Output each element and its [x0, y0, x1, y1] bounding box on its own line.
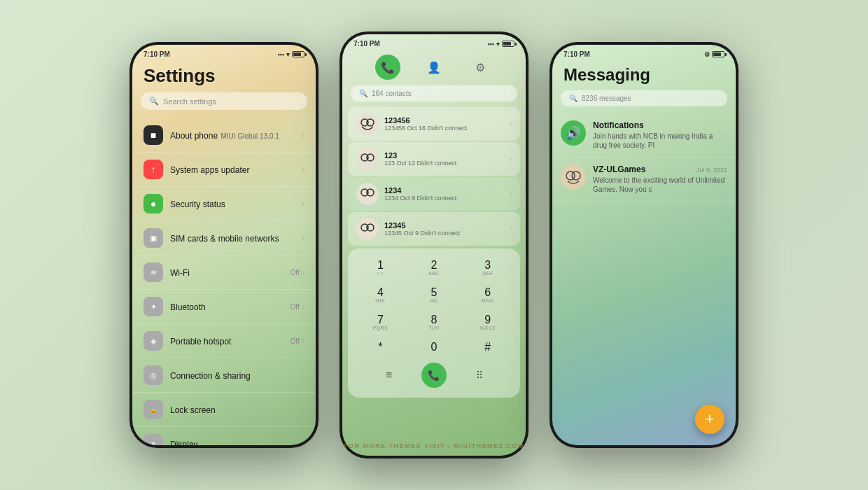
settings-item-wifi[interactable]: ≋ Wi-Fi Off › [132, 255, 316, 290]
dialer-search-placeholder: 164 contacts [372, 90, 412, 97]
msg-name-vzulgames: VZ-ULGames [593, 164, 645, 174]
dialpad-key-7[interactable]: 7 PQRS [355, 310, 406, 335]
about-icon: ■ [144, 125, 163, 145]
tab-dialer-settings[interactable]: ⚙ [468, 55, 493, 80]
svg-point-12 [561, 164, 586, 190]
watermark: FOR MORE THEMES VISIT - MIUITHEMEZ.COM [344, 442, 524, 449]
tab-phone[interactable]: 📞 [375, 55, 400, 80]
contact-detail: 123456 Oct 16 Didn't connect [384, 125, 510, 132]
signal-icon-2: ▪▪▪ [487, 41, 494, 48]
hotspot-icon: ◈ [144, 331, 163, 351]
dialpad-key-star[interactable]: * [355, 337, 406, 357]
security-icon: ● [144, 194, 163, 214]
phones-container: 7:10 PM ▪▪▪ ▾ Settings 🔍 Search settings [130, 31, 738, 458]
status-bar-3: 7:10 PM ⚙ [552, 45, 736, 61]
dialpad-key-4[interactable]: 4 GHI [355, 283, 406, 307]
contact-item[interactable]: 1234 1234 Oct 9 Didn't connect › [348, 177, 520, 211]
search-icon-dialer: 🔍 [359, 90, 368, 97]
settings-item-system-apps[interactable]: ↑ System apps updater › [132, 153, 316, 187]
lockscreen-icon: 🔒 [144, 400, 163, 419]
connection-chevron: › [302, 372, 304, 379]
gear-icon-top[interactable]: ⚙ [704, 51, 710, 58]
settings-item-display[interactable]: ☀ Display › [132, 427, 316, 445]
msg-preview-vzulgames: Welcome to the exciting world of Unlimit… [593, 176, 727, 194]
bluetooth-text: Bluetooth [170, 300, 290, 314]
tab-contacts[interactable]: 👤 [421, 55, 447, 80]
about-sublabel: MIUI Global 13.0.1 [221, 132, 279, 140]
contact-avatar [356, 183, 379, 205]
msg-avatar-vzulgames [561, 164, 586, 190]
dialpad-key-1[interactable]: 1 ○○ [355, 255, 406, 280]
battery-icon-2 [502, 41, 514, 47]
messaging-search[interactable]: 🔍 8236 messages [561, 90, 727, 106]
about-text: About phone MIUI Global 13.0.1 [170, 129, 302, 142]
security-chevron: › [302, 200, 304, 208]
system-apps-icon: ↑ [144, 160, 163, 179]
dialpad-key-3[interactable]: 3 DEF [462, 255, 513, 280]
security-text: Security status [170, 197, 302, 211]
about-chevron: › [302, 132, 304, 139]
dialpad-bottom: ≡ 📞 ⠿ [355, 357, 513, 391]
status-bar-1: 7:10 PM ▪▪▪ ▾ [132, 45, 316, 61]
contact-item[interactable]: 123456 123456 Oct 16 Didn't connect › [348, 107, 520, 141]
display-icon: ☀ [144, 434, 163, 445]
bluetooth-value: Off [290, 303, 300, 311]
dialpad-key-8[interactable]: 8 TUV [409, 310, 460, 335]
phone-dialer: 7:10 PM ▪▪▪ ▾ 📞 👤 ⚙ 🔍 164 contacts [340, 31, 528, 458]
call-button[interactable]: 📞 [421, 363, 447, 388]
settings-search[interactable]: 🔍 Search settings [141, 92, 307, 110]
msg-chevron-notifications: › [725, 132, 727, 139]
dialpad-key-6[interactable]: 6 MNO [462, 283, 513, 307]
hotspot-text: Portable hotspot [170, 335, 290, 348]
sim-label: SIM cards & mobile networks [170, 234, 279, 244]
messaging-title: Messaging [552, 61, 736, 90]
contact-info: 12345 12345 Oct 9 Didn't connect [384, 221, 510, 237]
msg-header-vzulgames: VZ-ULGames Jul 9, 2021 [593, 164, 727, 174]
system-apps-chevron: › [302, 166, 304, 174]
dialer-tabs: 📞 👤 ⚙ [342, 50, 526, 85]
dialpad-key-hash[interactable]: # [462, 337, 513, 357]
contact-info: 123456 123456 Oct 16 Didn't connect [384, 116, 510, 132]
sim-icon: ▣ [144, 228, 163, 248]
contact-avatar [356, 113, 379, 135]
dialpad-key-5[interactable]: 5 JKL [409, 283, 460, 307]
settings-item-connection[interactable]: ◎ Connection & sharing › [132, 358, 316, 393]
settings-item-bluetooth[interactable]: ✦ Bluetooth Off › [132, 290, 316, 324]
search-icon-msg: 🔍 [569, 94, 578, 102]
about-label: About phone [170, 131, 218, 141]
wifi-icon: ≋ [144, 262, 163, 282]
wifi-icon-2: ▾ [496, 41, 500, 48]
wifi-text: Wi-Fi [170, 266, 290, 279]
contact-info: 1234 1234 Oct 9 Didn't connect [384, 186, 510, 202]
dialpad-key-2[interactable]: 2 ABC [409, 255, 460, 280]
contact-name: 12345 [384, 221, 510, 230]
dialer-screen: 7:10 PM ▪▪▪ ▾ 📞 👤 ⚙ 🔍 164 contacts [342, 34, 526, 456]
message-item-notifications[interactable]: 🔊 Notifications Join hands with NCB in m… [552, 113, 736, 158]
msg-avatar-notifications: 🔊 [561, 120, 586, 146]
msg-preview-notifications: Join hands with NCB in making India a dr… [593, 132, 722, 150]
contact-item[interactable]: 12345 12345 Oct 9 Didn't connect › [348, 212, 520, 246]
dialer-search[interactable]: 🔍 164 contacts [351, 85, 517, 102]
settings-item-security[interactable]: ● Security status › [132, 187, 316, 221]
security-label: Security status [170, 200, 225, 209]
dialpad-grid-btn[interactable]: ⠿ [467, 363, 492, 388]
status-icons-3: ⚙ [704, 51, 724, 58]
settings-item-about[interactable]: ■ About phone MIUI Global 13.0.1 › [132, 118, 316, 153]
dialpad-key-0[interactable]: 0 [409, 337, 460, 357]
settings-item-sim[interactable]: ▣ SIM cards & mobile networks › [132, 221, 316, 255]
fab-compose-button[interactable]: + [695, 405, 724, 434]
dialpad-menu-btn[interactable]: ≡ [376, 363, 401, 388]
connection-icon: ◎ [144, 365, 163, 385]
connection-text: Connection & sharing [170, 369, 302, 382]
connection-label: Connection & sharing [170, 371, 251, 381]
search-placeholder: Search settings [163, 97, 216, 106]
message-item-vzulgames[interactable]: VZ-ULGames Jul 9, 2021 Welcome to the ex… [552, 158, 736, 202]
contact-list: 123456 123456 Oct 16 Didn't connect › [342, 107, 526, 246]
contact-item[interactable]: 123 123 Oct 12 Didn't connect › [348, 142, 520, 176]
wifi-label: Wi-Fi [170, 268, 190, 278]
status-bar-2: 7:10 PM ▪▪▪ ▾ [342, 34, 526, 50]
dialpad-key-9[interactable]: 9 WXYZ [462, 310, 513, 335]
settings-item-lockscreen[interactable]: 🔒 Lock screen › [132, 393, 316, 427]
contact-chevron: › [510, 225, 512, 232]
settings-item-hotspot[interactable]: ◈ Portable hotspot Off › [132, 324, 316, 358]
